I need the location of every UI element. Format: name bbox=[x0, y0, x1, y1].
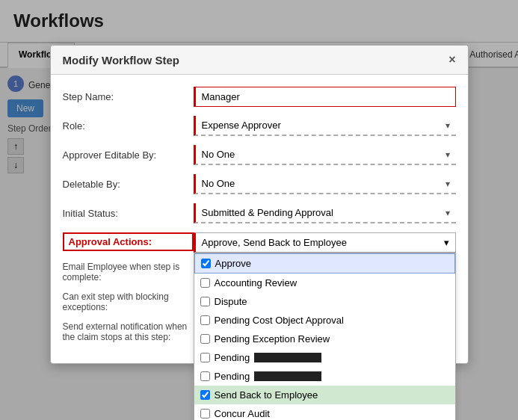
approval-actions-chevron-icon: ▾ bbox=[444, 237, 449, 248]
dropdown-item-send-back[interactable]: Send Back to Employee bbox=[194, 386, 455, 404]
initial-status-row: Initial Status: Submitted & Pending Appr… bbox=[63, 203, 456, 223]
modal-close-button[interactable]: × bbox=[448, 53, 455, 67]
redacted-box-1 bbox=[254, 353, 321, 362]
redacted-box-2 bbox=[254, 371, 321, 381]
dropdown-item-pending-redacted-2[interactable]: Pending bbox=[194, 367, 455, 386]
dispute-label: Dispute bbox=[215, 296, 247, 307]
modal-overlay: Modify Workflow Step × Step Name: Role: bbox=[0, 0, 518, 420]
pending-redacted-2-label: Pending bbox=[215, 371, 250, 382]
dropdown-item-pending-exception[interactable]: Pending Exception Review bbox=[194, 330, 455, 348]
deletable-chevron-icon: ▾ bbox=[445, 179, 450, 189]
send-back-label: Send Back to Employee bbox=[215, 389, 318, 401]
step-name-control bbox=[194, 87, 456, 107]
dropdown-item-dispute[interactable]: Dispute bbox=[194, 292, 455, 311]
pending-exception-checkbox[interactable] bbox=[200, 334, 210, 344]
pending-cost-checkbox[interactable] bbox=[200, 315, 210, 325]
approver-editable-select[interactable]: No One ▾ bbox=[194, 145, 456, 165]
modal-title: Modify Workflow Step bbox=[63, 54, 179, 67]
step-name-label: Step Name: bbox=[63, 91, 194, 102]
can-exit-label: Can exit step with blocking exceptions: bbox=[63, 291, 194, 312]
accounting-review-checkbox[interactable] bbox=[200, 278, 210, 288]
dropdown-item-approve[interactable]: Approve bbox=[194, 253, 455, 274]
role-chevron-icon: ▾ bbox=[445, 120, 450, 131]
page-background: Workflows Workflows Expense Claim Approv… bbox=[0, 0, 518, 420]
approve-checkbox[interactable] bbox=[201, 259, 211, 268]
step-name-input[interactable] bbox=[194, 87, 456, 107]
concur-audit-checkbox[interactable] bbox=[200, 409, 210, 419]
dropdown-item-pending-cost[interactable]: Pending Cost Object Approval bbox=[194, 311, 455, 330]
pending-redacted-1-label: Pending bbox=[215, 352, 250, 363]
approval-actions-value: Approve, Send Back to Employee bbox=[202, 237, 347, 248]
approver-editable-chevron-icon: ▾ bbox=[445, 149, 450, 160]
approval-actions-wrapper: Approve, Send Back to Employee ▾ Approve bbox=[194, 232, 456, 253]
pending-exception-label: Pending Exception Review bbox=[215, 333, 330, 345]
modal-body: Step Name: Role: Expense Approver ▾ bbox=[51, 75, 468, 363]
approver-editable-value: No One bbox=[202, 149, 235, 160]
modal-header: Modify Workflow Step × bbox=[51, 46, 468, 75]
role-select[interactable]: Expense Approver ▾ bbox=[194, 116, 456, 136]
pending-redacted-2-checkbox[interactable] bbox=[200, 371, 210, 381]
initial-status-value: Submitted & Pending Approval bbox=[202, 207, 333, 218]
deletable-label: Deletable By: bbox=[63, 179, 194, 190]
approval-actions-select[interactable]: Approve, Send Back to Employee ▾ bbox=[194, 232, 456, 253]
role-control: Expense Approver ▾ bbox=[194, 116, 456, 136]
deletable-select[interactable]: No One ▾ bbox=[194, 174, 456, 194]
approve-label: Approve bbox=[215, 258, 251, 269]
concur-audit-label: Concur Audit bbox=[215, 408, 270, 419]
initial-status-label: Initial Status: bbox=[63, 208, 194, 219]
dropdown-item-concur-audit[interactable]: Concur Audit bbox=[194, 404, 455, 420]
approval-actions-dropdown-list: Approve Accounting Review Dispute bbox=[194, 253, 456, 420]
send-external-label: Send external notification when the clai… bbox=[63, 321, 194, 342]
initial-status-control: Submitted & Pending Approval ▾ bbox=[194, 203, 456, 223]
approval-actions-label: Approval Actions: bbox=[63, 232, 194, 251]
role-row: Role: Expense Approver ▾ bbox=[63, 116, 456, 136]
initial-status-chevron-icon: ▾ bbox=[445, 208, 450, 218]
send-back-checkbox[interactable] bbox=[200, 390, 210, 400]
deletable-value: No One bbox=[202, 178, 235, 189]
pending-redacted-1-checkbox[interactable] bbox=[200, 353, 210, 362]
initial-status-select[interactable]: Submitted & Pending Approval ▾ bbox=[194, 203, 456, 223]
accounting-review-label: Accounting Review bbox=[215, 277, 297, 288]
approver-editable-control: No One ▾ bbox=[194, 145, 456, 165]
approver-editable-row: Approver Editable By: No One ▾ bbox=[63, 145, 456, 165]
pending-cost-label: Pending Cost Object Approval bbox=[215, 315, 344, 326]
modify-workflow-modal: Modify Workflow Step × Step Name: Role: bbox=[50, 45, 469, 364]
role-label: Role: bbox=[63, 120, 194, 132]
dropdown-item-accounting-review[interactable]: Accounting Review bbox=[194, 274, 455, 292]
step-name-row: Step Name: bbox=[63, 87, 456, 107]
approver-editable-label: Approver Editable By: bbox=[63, 149, 194, 161]
role-value: Expense Approver bbox=[202, 120, 281, 131]
email-employee-label: Email Employee when step is complete: bbox=[63, 262, 194, 282]
deletable-control: No One ▾ bbox=[194, 174, 456, 194]
approval-actions-row: Approval Actions: Approve, Send Back to … bbox=[63, 232, 456, 253]
dispute-checkbox[interactable] bbox=[200, 297, 210, 306]
deletable-row: Deletable By: No One ▾ bbox=[63, 174, 456, 194]
dropdown-item-pending-redacted-1[interactable]: Pending bbox=[194, 348, 455, 367]
